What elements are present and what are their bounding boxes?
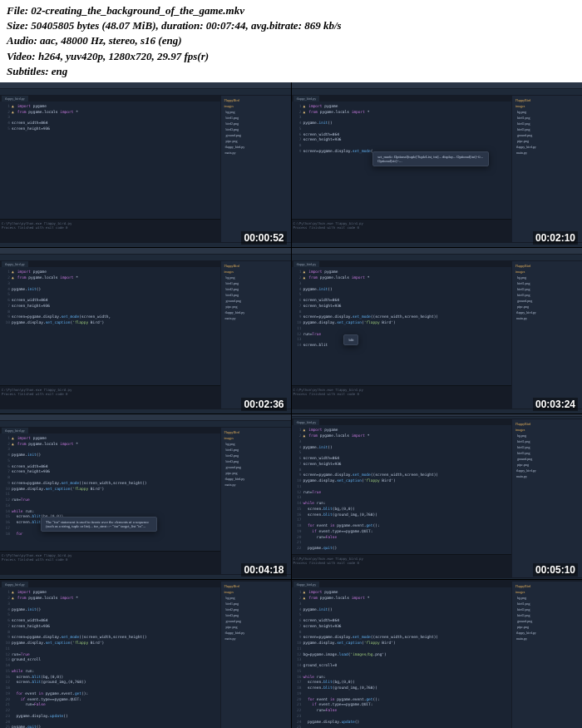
- tree-item[interactable]: images: [514, 103, 580, 109]
- tree-item[interactable]: flappy_bird.py: [223, 310, 289, 315]
- tree-item[interactable]: main.py: [514, 315, 580, 321]
- tree-item[interactable]: pipe.png: [514, 624, 580, 630]
- tree-item[interactable]: main.py: [514, 150, 580, 156]
- code-area[interactable]: 1▲import pygame2▲from pygame.locals impo…: [292, 267, 512, 385]
- tree-item[interactable]: bg.png: [223, 275, 289, 280]
- tree-item[interactable]: images: [223, 103, 289, 109]
- tree-item[interactable]: FlappyBird: [223, 429, 289, 435]
- tree-item[interactable]: images: [223, 589, 289, 595]
- tree-item[interactable]: FlappyBird: [514, 97, 580, 103]
- tree-item[interactable]: bird1.png: [223, 601, 289, 607]
- terminal[interactable]: C:\Python\python.exe flappy_bird.pyProce…: [0, 551, 220, 574]
- toolbar[interactable]: [0, 421, 291, 428]
- code-area[interactable]: 1▲import pygame2▲from pygame.locals impo…: [0, 433, 220, 552]
- tree-item[interactable]: main.py: [514, 636, 580, 641]
- menubar[interactable]: [292, 248, 583, 255]
- tree-item[interactable]: bird3.png: [514, 450, 580, 456]
- menubar[interactable]: [0, 414, 291, 421]
- tree-item[interactable]: FlappyBird: [223, 583, 289, 589]
- terminal[interactable]: C:\Python\python.exe flappy_bird.pyProce…: [0, 219, 220, 242]
- toolbar[interactable]: [0, 255, 291, 261]
- tree-item[interactable]: flappy_bird.py: [223, 144, 289, 150]
- tree-item[interactable]: pipe.png: [514, 462, 580, 468]
- tree-item[interactable]: images: [514, 589, 580, 595]
- tree-item[interactable]: bird1.png: [223, 115, 289, 121]
- tree-item[interactable]: bird3.png: [514, 292, 580, 298]
- tree-item[interactable]: ground.png: [514, 298, 580, 304]
- tree-item[interactable]: pipe.png: [223, 470, 289, 476]
- tree-item[interactable]: bird1.png: [514, 438, 580, 444]
- tree-item[interactable]: images: [223, 435, 289, 441]
- tree-item[interactable]: bird2.png: [514, 286, 580, 292]
- menubar[interactable]: [292, 82, 583, 89]
- tab[interactable]: flappy_bird.py: [293, 582, 320, 587]
- project-tree[interactable]: FlappyBirdimages bg.png bird1.png bird2.…: [511, 261, 582, 409]
- tree-item[interactable]: flappy_bird.py: [223, 630, 289, 636]
- editor-tabs[interactable]: flappy_bird.py: [0, 428, 220, 433]
- project-tree[interactable]: FlappyBirdimages bg.png bird1.png bird2.…: [220, 261, 291, 409]
- editor-tabs[interactable]: flappy_bird.py: [292, 96, 512, 102]
- tree-item[interactable]: bird2.png: [223, 121, 289, 126]
- tree-item[interactable]: bg.png: [514, 433, 580, 438]
- tree-item[interactable]: ground.png: [223, 298, 289, 304]
- tree-item[interactable]: main.py: [223, 482, 289, 488]
- project-tree[interactable]: FlappyBirdimages bg.png bird1.png bird2.…: [511, 419, 582, 577]
- tree-item[interactable]: bird3.png: [223, 292, 289, 298]
- tree-item[interactable]: FlappyBird: [223, 97, 289, 103]
- tree-item[interactable]: bird3.png: [223, 126, 289, 132]
- project-tree[interactable]: FlappyBirdimages bg.png bird1.png bird2.…: [220, 96, 291, 243]
- editor-tabs[interactable]: flappy_bird.py: [292, 419, 512, 425]
- tab[interactable]: flappy_bird.py: [293, 261, 320, 267]
- tree-item[interactable]: flappy_bird.py: [223, 476, 289, 482]
- tree-item[interactable]: ground.png: [223, 618, 289, 624]
- tab[interactable]: flappy_bird.py: [293, 96, 320, 102]
- terminal[interactable]: C:\Python\python.exe flappy_bird.pyProce…: [292, 385, 512, 409]
- project-tree[interactable]: FlappyBirdimages bg.png bird1.png bird2.…: [511, 582, 582, 728]
- tree-item[interactable]: bird3.png: [223, 612, 289, 618]
- editor-tabs[interactable]: flappy_bird.py: [0, 582, 220, 587]
- tree-item[interactable]: bird2.png: [223, 286, 289, 292]
- menubar[interactable]: [0, 82, 291, 89]
- tree-item[interactable]: flappy_bird.py: [514, 310, 580, 315]
- tree-item[interactable]: flappy_bird.py: [514, 468, 580, 473]
- tree-item[interactable]: flappy_bird.py: [514, 630, 580, 636]
- tree-item[interactable]: main.py: [223, 636, 289, 641]
- tree-item[interactable]: pipe.png: [223, 304, 289, 310]
- tree-item[interactable]: bird2.png: [514, 121, 580, 126]
- tree-item[interactable]: ground.png: [514, 618, 580, 624]
- toolbar[interactable]: [292, 89, 583, 96]
- tree-item[interactable]: FlappyBird: [514, 263, 580, 269]
- tree-item[interactable]: pipe.png: [514, 138, 580, 144]
- tree-item[interactable]: FlappyBird: [514, 583, 580, 589]
- editor-tabs[interactable]: flappy_bird.py: [0, 261, 220, 267]
- tab[interactable]: flappy_bird.py: [2, 582, 28, 587]
- tree-item[interactable]: pipe.png: [514, 304, 580, 310]
- code-area[interactable]: 1▲import pygame2▲from pygame.locals impo…: [0, 587, 220, 728]
- editor-tabs[interactable]: flappy_bird.py: [0, 96, 220, 102]
- tree-item[interactable]: bird3.png: [514, 612, 580, 618]
- tree-item[interactable]: bg.png: [223, 109, 289, 115]
- tree-item[interactable]: bird2.png: [514, 444, 580, 450]
- tree-item[interactable]: pipe.png: [223, 138, 289, 144]
- toolbar[interactable]: [292, 255, 583, 261]
- project-tree[interactable]: FlappyBirdimages bg.png bird1.png bird2.…: [511, 96, 582, 243]
- code-area[interactable]: 1▲import pygame2▲from pygame.locals impo…: [292, 425, 512, 554]
- editor-tabs[interactable]: flappy_bird.py: [292, 582, 512, 587]
- terminal[interactable]: C:\Python\python.exe flappy_bird.pyProce…: [292, 554, 512, 577]
- tab[interactable]: flappy_bird.py: [2, 428, 28, 433]
- project-tree[interactable]: FlappyBirdimages bg.png bird1.png bird2.…: [220, 428, 291, 575]
- tree-item[interactable]: bg.png: [514, 595, 580, 601]
- tree-item[interactable]: main.py: [514, 473, 580, 479]
- tree-item[interactable]: bird3.png: [223, 458, 289, 464]
- tree-item[interactable]: bird3.png: [514, 126, 580, 132]
- tree-item[interactable]: bird2.png: [514, 607, 580, 612]
- tree-item[interactable]: bg.png: [514, 109, 580, 115]
- tab[interactable]: flappy_bird.py: [293, 419, 320, 425]
- terminal[interactable]: C:\Python\python.exe flappy_bird.pyProce…: [292, 219, 512, 242]
- code-area[interactable]: 1▲import pygame2▲from pygame.locals impo…: [0, 102, 220, 220]
- terminal[interactable]: C:\Python\python.exe flappy_bird.pyProce…: [0, 385, 220, 409]
- menubar[interactable]: [0, 248, 291, 255]
- tree-item[interactable]: pipe.png: [223, 624, 289, 630]
- tree-item[interactable]: ground.png: [514, 456, 580, 462]
- tree-item[interactable]: main.py: [223, 150, 289, 156]
